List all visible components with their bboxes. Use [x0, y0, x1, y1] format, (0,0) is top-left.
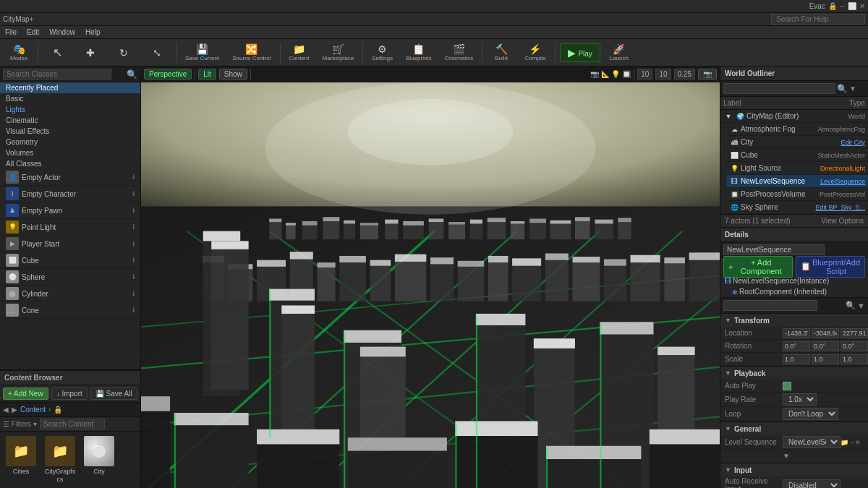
- category-lights[interactable]: Lights: [0, 104, 140, 115]
- actor-point-light[interactable]: 💡 Point Light ℹ: [0, 219, 140, 236]
- menu-edit[interactable]: Edit: [25, 28, 41, 36]
- comp-item-1[interactable]: ⊕ RootComponent (Inherited): [720, 286, 868, 297]
- save-current-btn[interactable]: 💾 Save Current: [181, 43, 224, 63]
- viewport[interactable]: Level: _CityMap (Persistent): [141, 82, 720, 488]
- location-y[interactable]: [812, 328, 839, 338]
- scale-z[interactable]: [841, 354, 868, 364]
- scale-y[interactable]: [812, 354, 839, 364]
- menu-help[interactable]: Help: [83, 28, 103, 36]
- settings-btn[interactable]: ⚙ Settings: [367, 43, 397, 63]
- category-cinematic[interactable]: Cinematic: [0, 115, 140, 126]
- cb-item-city[interactable]: ⚪ City: [81, 435, 117, 485]
- help-search[interactable]: [771, 14, 865, 25]
- playback-header[interactable]: ▼ Playback: [720, 367, 868, 380]
- add-new-btn[interactable]: + Add New: [3, 388, 48, 400]
- wo-sky-sphere[interactable]: 🌐 Sky Sphere Edit BP_Sky_S...: [726, 201, 868, 214]
- actor-empty-character[interactable]: 🚶 Empty Character ℹ: [0, 186, 140, 202]
- wo-citymap-editor[interactable]: ▼ 🌍 CityMap (Editor) World: [720, 110, 868, 123]
- wo-search-input[interactable]: [723, 83, 835, 94]
- search-icon[interactable]: 🔍: [127, 69, 137, 80]
- blueprint-add-btn[interactable]: 📋 Blueprint/Add Script: [796, 256, 865, 278]
- toolbar-translate[interactable]: ✚: [76, 46, 105, 59]
- play-btn[interactable]: ▶ Play: [560, 43, 600, 62]
- import-btn[interactable]: ↓ Import: [51, 388, 88, 400]
- level-seq-expand[interactable]: ▼: [783, 452, 790, 460]
- restore-icon[interactable]: ⬜: [848, 2, 856, 10]
- wo-postprocess[interactable]: 🔲 PostProcessVolume PostProcessVol: [726, 188, 868, 201]
- rotation-z[interactable]: [841, 341, 868, 351]
- wo-light-source[interactable]: 💡 Light Source DirectionalLight: [726, 162, 868, 175]
- wo-cube[interactable]: ⬜ Cube StaticMeshActor: [726, 149, 868, 162]
- category-geometry[interactable]: Geometry: [0, 137, 140, 147]
- category-all-classes[interactable]: All Classes: [0, 158, 140, 169]
- level-seq-arrow[interactable]: →: [848, 439, 855, 446]
- modes-btn[interactable]: 🎭 Modes: [4, 43, 33, 63]
- cb-nav-back[interactable]: ◀: [3, 406, 9, 414]
- compile-btn[interactable]: ⚡ Compile: [520, 43, 550, 63]
- blueprints-btn[interactable]: 📋 Blueprints: [401, 43, 436, 63]
- cinematics-btn[interactable]: 🎬 Cinematics: [441, 43, 478, 63]
- lit-btn[interactable]: Lit: [198, 69, 216, 80]
- wo-city[interactable]: 🏙 City Edit City: [726, 136, 868, 149]
- cb-item-cities[interactable]: 📁 Cities: [3, 435, 39, 485]
- add-component-btn[interactable]: + + Add Component: [723, 256, 793, 278]
- category-visual-effects[interactable]: Visual Effects: [0, 126, 140, 137]
- toolbar-scale[interactable]: ⤡: [142, 46, 171, 59]
- cb-item-citygraphics[interactable]: 📁 CityGraphics: [42, 435, 78, 485]
- actor-empty-actor[interactable]: 👤 Empty Actor ℹ: [0, 169, 140, 186]
- loop-select[interactable]: Don't Loop: [783, 408, 838, 420]
- category-basic[interactable]: Basic: [0, 93, 140, 104]
- launch-btn[interactable]: 🚀 Launch: [605, 43, 634, 63]
- category-volumes[interactable]: Volumes: [0, 147, 140, 158]
- build-btn[interactable]: 🔨 Build: [487, 43, 516, 63]
- wo-new-level-seq[interactable]: 🎞 NewLevelSequence LevelSequence: [726, 175, 868, 188]
- scale-x[interactable]: [783, 354, 810, 364]
- actor-cylinder[interactable]: ⬤ Cylinder ℹ: [0, 286, 140, 302]
- actor-cone[interactable]: △ Cone ℹ: [0, 302, 140, 319]
- save-all-btn[interactable]: 💾 Save All: [90, 388, 137, 400]
- toolbar-rotate[interactable]: ↻: [109, 46, 138, 59]
- transform-header[interactable]: ▼ Transform: [720, 314, 868, 327]
- details-filter-icon[interactable]: ▼: [857, 301, 865, 310]
- minimize-icon[interactable]: ─: [840, 2, 845, 10]
- level-seq-clear[interactable]: ✕: [855, 439, 861, 446]
- source-control-btn[interactable]: 🔀 Source Control: [228, 43, 275, 63]
- content-btn[interactable]: 📁 Content: [285, 43, 314, 63]
- actor-empty-pawn[interactable]: ♟ Empty Pawn ℹ: [0, 202, 140, 219]
- show-btn[interactable]: Show: [219, 69, 247, 80]
- toolbar-select[interactable]: ↖: [43, 46, 72, 60]
- wo-filter-icon[interactable]: ▼: [849, 85, 856, 93]
- menu-window[interactable]: Window: [47, 28, 77, 36]
- marketplace-btn[interactable]: 🛒 Marketplace: [318, 43, 359, 63]
- rotation-x[interactable]: [783, 341, 810, 351]
- details-search-icon[interactable]: 🔍: [846, 301, 856, 310]
- cb-path-content[interactable]: Content: [20, 406, 46, 414]
- location-x[interactable]: [783, 328, 810, 338]
- details-name-input[interactable]: [723, 244, 825, 255]
- input-header[interactable]: ▼ Input: [720, 463, 868, 476]
- cb-filters-btn[interactable]: ☰ Filters ▾: [3, 420, 37, 428]
- search-classes-input[interactable]: [3, 69, 111, 80]
- auto-receive-select[interactable]: Disabled: [783, 479, 841, 489]
- menu-file[interactable]: File: [3, 28, 19, 36]
- actor-sphere[interactable]: ⚪ Sphere ℹ: [0, 269, 140, 286]
- rotation-y[interactable]: [812, 341, 839, 351]
- perspective-btn[interactable]: Perspective: [144, 69, 192, 80]
- comp-item-0[interactable]: 🎞 NewLevelSequence(Instance): [720, 275, 868, 286]
- close-icon[interactable]: ✕: [859, 2, 865, 10]
- actor-player-start[interactable]: ▶ Player Start ℹ: [0, 236, 140, 252]
- auto-play-checkbox[interactable]: [783, 382, 791, 390]
- level-seq-browse[interactable]: 📁: [841, 439, 848, 446]
- cb-search-input[interactable]: [40, 419, 105, 429]
- level-seq-select[interactable]: NewLevelSequence: [783, 436, 841, 448]
- wo-view-options[interactable]: View Options: [821, 217, 864, 225]
- category-recently-placed[interactable]: Recently Placed: [0, 82, 140, 93]
- play-rate-select[interactable]: 1.0x: [783, 393, 817, 406]
- camera-btn[interactable]: 📷: [698, 69, 717, 80]
- cb-nav-forward[interactable]: ▶: [12, 406, 17, 414]
- wo-atmos-fog[interactable]: ☁ Atmospheric Fog AtmosphericFog: [726, 123, 868, 136]
- general-header[interactable]: ▼ General: [720, 422, 868, 435]
- actor-cube[interactable]: ⬜ Cube ℹ: [0, 252, 140, 269]
- location-z[interactable]: [841, 328, 868, 338]
- details-search-input[interactable]: [723, 300, 817, 311]
